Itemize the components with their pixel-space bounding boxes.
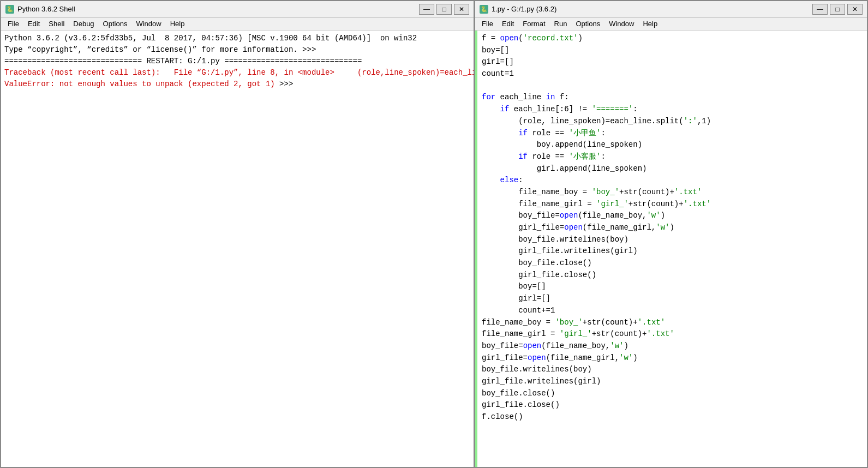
shell-traceback-3: (role,line_spoken)=each_line.split(':',1… (339, 68, 474, 77)
code-line-4: count=1 (482, 68, 863, 80)
editor-window-controls: — □ ✕ (812, 4, 863, 15)
shell-restart-line: ============================== RESTART: … (4, 57, 362, 65)
code-line-3: girl=[] (482, 56, 863, 68)
menu-window[interactable]: Window (131, 19, 165, 29)
shell-titlebar: 🐍 Python 3.6.2 Shell — □ ✕ (1, 1, 474, 17)
editor-wrapper: f = open('record.txt') boy=[] girl=[] co… (475, 31, 867, 467)
code-line-28: girl_file=open(file_name_girl,'w') (482, 352, 863, 364)
shell-line-1: Python 3.6.2 (v3.6.2:5fd33b5, Jul 8 2017… (4, 34, 371, 43)
code-line-26: file_name_girl = 'girl_'+str(count)+'.tx… (482, 328, 863, 340)
code-line-25: file_name_boy = 'boy_'+str(count)+'.txt' (482, 317, 863, 329)
editor-menu-edit[interactable]: Edit (498, 19, 518, 29)
code-line-21: girl_file.close() (482, 269, 863, 281)
shell-traceback-1: Traceback (most recent call last): (4, 68, 160, 77)
editor-menu-window[interactable]: Window (604, 19, 638, 29)
editor-window-title: 1.py - G:/1.py (3.6.2) (492, 5, 556, 13)
editor-python-icon: 🐍 (480, 5, 488, 14)
menu-options[interactable]: Options (99, 19, 132, 29)
editor-menu-format[interactable]: Format (518, 19, 549, 29)
code-line-33: f.close() (482, 411, 863, 423)
code-line-6: for each_line in f: (482, 92, 863, 104)
shell-menubar: File Edit Shell Debug Options Window Hel… (1, 17, 474, 31)
shell-line-3: Type “copyright”, “credits” or “license(… (4, 45, 298, 54)
code-line-5 (482, 80, 863, 92)
code-line-18: boy_file.writelines(boy) (482, 234, 863, 246)
code-line-7: if each_line[:6] != '=======': (482, 104, 863, 116)
code-line-14: file_name_boy = 'boy_'+str(count)+'.txt' (482, 187, 863, 199)
editor-code-area[interactable]: f = open('record.txt') boy=[] girl=[] co… (477, 31, 867, 467)
code-line-15: file_name_girl = 'girl_'+str(count)+'.tx… (482, 199, 863, 211)
editor-menu-file[interactable]: File (477, 19, 498, 29)
editor-maximize-button[interactable]: □ (830, 4, 845, 15)
titlebar-left: 🐍 Python 3.6.2 Shell (5, 5, 75, 14)
shell-window-title: Python 3.6.2 Shell (17, 5, 75, 13)
menu-help[interactable]: Help (166, 19, 189, 29)
code-line-2: boy=[] (482, 45, 863, 57)
editor-menu-help[interactable]: Help (638, 19, 662, 29)
close-button[interactable]: ✕ (454, 4, 469, 15)
editor-menu-run[interactable]: Run (550, 19, 572, 29)
code-line-17: girl_file=open(file_name_girl,'w') (482, 222, 863, 234)
code-line-27: boy_file=open(file_name_boy,'w') (482, 340, 863, 352)
code-line-32: girl_file.close() (482, 399, 863, 411)
code-line-1: f = open('record.txt') (482, 33, 863, 45)
code-line-12: girl.append(line_spoken) (482, 163, 863, 175)
shell-window-controls: — □ ✕ (419, 4, 469, 15)
python-icon: 🐍 (5, 5, 14, 14)
shell-output[interactable]: Python 3.6.2 (v3.6.2:5fd33b5, Jul 8 2017… (1, 31, 474, 467)
code-line-9: if role == '小甲鱼': (482, 128, 863, 140)
code-line-30: girl_file.writelines(girl) (482, 376, 863, 388)
code-line-20: boy_file.close() (482, 257, 863, 269)
shell-prompt-2: >>> (279, 80, 293, 88)
maximize-button[interactable]: □ (436, 4, 452, 15)
editor-close-button[interactable]: ✕ (847, 4, 863, 15)
minimize-button[interactable]: — (419, 4, 434, 15)
code-line-22: boy=[] (482, 281, 863, 293)
shell-line-2: on win32 (376, 34, 417, 43)
code-line-19: girl_file.writelines(girl) (482, 245, 863, 257)
code-line-13: else: (482, 175, 863, 187)
code-line-8: (role, line_spoken)=each_line.split(':',… (482, 116, 863, 128)
code-line-16: boy_file=open(file_name_boy,'w') (482, 210, 863, 222)
code-line-11: if role == '小客服': (482, 151, 863, 163)
menu-shell[interactable]: Shell (44, 19, 69, 29)
shell-prompt-1: >>> (302, 45, 316, 54)
code-line-24: count+=1 (482, 305, 863, 317)
menu-file[interactable]: File (3, 19, 23, 29)
editor-menu-options[interactable]: Options (571, 19, 604, 29)
code-line-29: boy_file.writelines(boy) (482, 364, 863, 376)
menu-edit[interactable]: Edit (23, 19, 44, 29)
code-line-23: girl=[] (482, 293, 863, 305)
shell-traceback-4: ValueError: not enough values to unpack … (4, 80, 275, 88)
menu-debug[interactable]: Debug (69, 19, 98, 29)
python-shell-window: 🐍 Python 3.6.2 Shell — □ ✕ File Edit She… (0, 0, 475, 468)
shell-traceback-2: File “G:/1.py”, line 8, in <module> (165, 68, 334, 77)
editor-titlebar-left: 🐍 1.py - G:/1.py (3.6.2) (480, 5, 556, 14)
editor-minimize-button[interactable]: — (812, 4, 828, 15)
code-line-10: boy.append(line_spoken) (482, 139, 863, 151)
python-editor-window: 🐍 1.py - G:/1.py (3.6.2) — □ ✕ File Edit… (475, 0, 868, 468)
editor-menubar: File Edit Format Run Options Window Help (475, 17, 867, 31)
code-line-31: boy_file.close() (482, 388, 863, 400)
editor-titlebar: 🐍 1.py - G:/1.py (3.6.2) — □ ✕ (475, 1, 867, 17)
